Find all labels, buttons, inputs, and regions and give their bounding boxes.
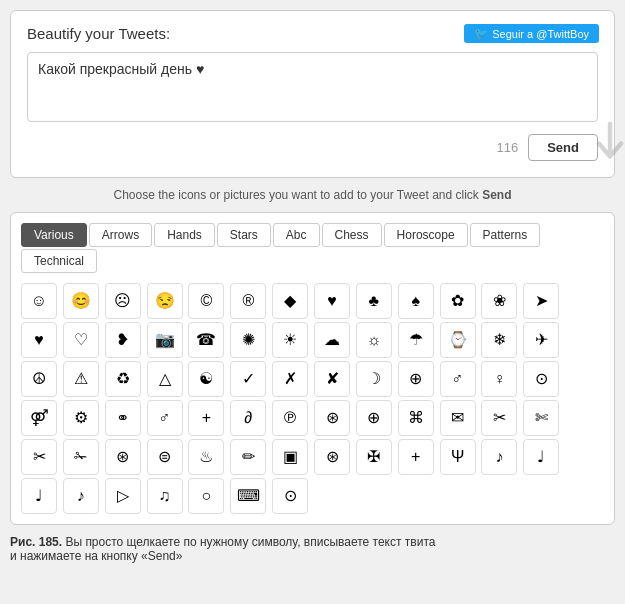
icon-cell[interactable]: ✠: [356, 439, 392, 475]
icon-cell[interactable]: ⊛: [314, 439, 350, 475]
icon-cell[interactable]: ♥: [314, 283, 350, 319]
icon-cell[interactable]: ◆: [272, 283, 308, 319]
icon-cell[interactable]: ☀: [272, 322, 308, 358]
icon-cell[interactable]: △: [147, 361, 183, 397]
icon-cell[interactable]: ✂: [21, 439, 57, 475]
icon-cell[interactable]: ➤: [523, 283, 559, 319]
tab-horoscope[interactable]: Horoscope: [384, 223, 468, 247]
tab-abc[interactable]: Abc: [273, 223, 320, 247]
icon-cell[interactable]: ⊙: [272, 478, 308, 514]
icon-cell[interactable]: 📷: [147, 322, 183, 358]
icon-cell[interactable]: ☂: [398, 322, 434, 358]
icon-cell[interactable]: ▣: [272, 439, 308, 475]
icon-cell[interactable]: Ψ: [440, 439, 476, 475]
icon-cell[interactable]: ©: [188, 283, 224, 319]
icon-cell[interactable]: ♪: [63, 478, 99, 514]
icon-cell[interactable]: ⚠: [63, 361, 99, 397]
icon-cell[interactable]: ☯: [188, 361, 224, 397]
icon-cell[interactable]: ®: [230, 283, 266, 319]
tab-bar: VariousArrowsHandsStarsAbcChessHoroscope…: [21, 223, 604, 273]
icon-cell: [398, 478, 434, 514]
icon-cell: [565, 322, 601, 358]
icon-cell[interactable]: ☺: [21, 283, 57, 319]
tweet-input[interactable]: [27, 52, 598, 122]
icon-cell[interactable]: ⌚: [440, 322, 476, 358]
tab-technical[interactable]: Technical: [21, 249, 97, 273]
icon-cell[interactable]: ⊛: [105, 439, 141, 475]
icon-cell[interactable]: ☁: [314, 322, 350, 358]
icon-cell[interactable]: ⊛: [314, 400, 350, 436]
icon-grid: ☺😊☹😒©®◆♥♣♠✿❀➤♥♡❥📷☎✺☀☁☼☂⌚❄✈☮⚠♻△☯✓✗✘☽⊕♂♀⊙⚤…: [21, 283, 604, 514]
instructions-text: Choose the icons or pictures you want to…: [10, 188, 615, 202]
icon-cell[interactable]: ✓: [230, 361, 266, 397]
icon-cell[interactable]: ⊜: [147, 439, 183, 475]
icon-cell: [481, 478, 517, 514]
tab-chess[interactable]: Chess: [322, 223, 382, 247]
icon-cell[interactable]: ☮: [21, 361, 57, 397]
icon-cell[interactable]: ⊕: [356, 400, 392, 436]
icon-cell[interactable]: ▷: [105, 478, 141, 514]
icon-cell[interactable]: ♠: [398, 283, 434, 319]
icon-cell[interactable]: 😊: [63, 283, 99, 319]
icon-cell[interactable]: ○: [188, 478, 224, 514]
follow-button-label: Seguir a @TwittBoy: [492, 28, 589, 40]
icon-cell[interactable]: ♂: [440, 361, 476, 397]
icon-cell[interactable]: ♫: [147, 478, 183, 514]
icon-cell[interactable]: ✿: [440, 283, 476, 319]
icon-cell[interactable]: ☼: [356, 322, 392, 358]
icon-cell[interactable]: ❀: [481, 283, 517, 319]
icon-cell: [565, 439, 601, 475]
icon-cell[interactable]: ✏: [230, 439, 266, 475]
icon-cell[interactable]: +: [398, 439, 434, 475]
icon-cell[interactable]: ♀: [481, 361, 517, 397]
icon-cell[interactable]: ♂: [147, 400, 183, 436]
icon-cell: [565, 361, 601, 397]
icon-cell[interactable]: ⌨: [230, 478, 266, 514]
tab-hands[interactable]: Hands: [154, 223, 215, 247]
icon-cell: [523, 478, 559, 514]
icon-cell[interactable]: ♩: [21, 478, 57, 514]
char-count: 116: [497, 140, 519, 155]
icon-cell[interactable]: ☽: [356, 361, 392, 397]
icon-cell[interactable]: ✄: [523, 400, 559, 436]
icon-cell[interactable]: ⚙: [63, 400, 99, 436]
tab-stars[interactable]: Stars: [217, 223, 271, 247]
tab-arrows[interactable]: Arrows: [89, 223, 152, 247]
twitter-icon: 🐦: [474, 27, 488, 40]
icon-cell[interactable]: ⊙: [523, 361, 559, 397]
icon-cell[interactable]: ♥: [21, 322, 57, 358]
icon-cell[interactable]: ❥: [105, 322, 141, 358]
icon-cell[interactable]: ✺: [230, 322, 266, 358]
icon-cell[interactable]: ✘: [314, 361, 350, 397]
icon-cell[interactable]: ✁: [63, 439, 99, 475]
icon-cell[interactable]: ♩: [523, 439, 559, 475]
icon-cell[interactable]: ℗: [272, 400, 308, 436]
icon-cell[interactable]: ♪: [481, 439, 517, 475]
icon-cell[interactable]: ⚭: [105, 400, 141, 436]
icon-cell[interactable]: ✂: [481, 400, 517, 436]
icon-cell[interactable]: ♻: [105, 361, 141, 397]
icon-cell[interactable]: ⌘: [398, 400, 434, 436]
icon-cell[interactable]: ✗: [272, 361, 308, 397]
icon-cell[interactable]: ♡: [63, 322, 99, 358]
icon-cell[interactable]: ∂: [230, 400, 266, 436]
icon-cell[interactable]: ✉: [440, 400, 476, 436]
icon-cell[interactable]: ☹: [105, 283, 141, 319]
tab-patterns[interactable]: Patterns: [470, 223, 541, 247]
caption: Рис. 185. Вы просто щелкаете по нужному …: [10, 535, 615, 563]
icon-cell[interactable]: +: [188, 400, 224, 436]
icon-cell[interactable]: ♣: [356, 283, 392, 319]
icon-cell[interactable]: ♨: [188, 439, 224, 475]
icon-cell[interactable]: ✈: [523, 322, 559, 358]
icon-cell: [565, 283, 601, 319]
icon-cell: [356, 478, 392, 514]
icon-cell[interactable]: ⚤: [21, 400, 57, 436]
icon-cell[interactable]: ☎: [188, 322, 224, 358]
icon-cell: [440, 478, 476, 514]
tab-various[interactable]: Various: [21, 223, 87, 247]
icon-cell[interactable]: ⊕: [398, 361, 434, 397]
icon-cell[interactable]: ❄: [481, 322, 517, 358]
icon-panel: VariousArrowsHandsStarsAbcChessHoroscope…: [10, 212, 615, 525]
follow-button[interactable]: 🐦 Seguir a @TwittBoy: [464, 24, 599, 43]
icon-cell[interactable]: 😒: [147, 283, 183, 319]
